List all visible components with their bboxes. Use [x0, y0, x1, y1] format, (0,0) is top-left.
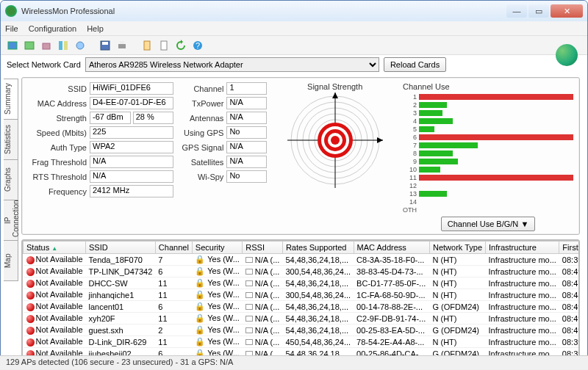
minimize-button[interactable]: —: [506, 4, 527, 18]
toolbar: ?: [1, 36, 587, 55]
svg-text:?: ?: [196, 41, 200, 50]
channel-use-title: Channel Use: [403, 82, 573, 91]
network-card-label: Select Network Card: [7, 60, 81, 69]
speed-label: Speed (Mbits): [28, 128, 87, 137]
tool-5-icon[interactable]: [73, 38, 87, 53]
speed-value: 225: [90, 126, 173, 139]
strength-dbm: -67 dBm: [90, 112, 131, 124]
print-icon[interactable]: [115, 38, 129, 53]
table-row[interactable]: Not AvailableTP-LINK_D473426🔒 Yes (W...N…: [24, 266, 580, 278]
strength-label: Strength: [28, 114, 87, 123]
svg-rect-4: [64, 41, 68, 50]
col-mac-address[interactable]: MAC Address: [354, 242, 429, 254]
tool-3-icon[interactable]: [39, 38, 54, 53]
col-security[interactable]: Security: [192, 242, 242, 254]
svg-rect-7: [102, 42, 108, 45]
tab-map[interactable]: Map: [4, 240, 18, 281]
gpssignal-label: GPS Signal: [179, 143, 223, 152]
ssid-label: SSID: [28, 84, 87, 93]
menubar: File Configuration Help: [1, 21, 587, 36]
col-network-type[interactable]: Network Type: [429, 242, 485, 254]
mac-label: MAC Address: [28, 99, 87, 108]
auth-label: Auth Type: [28, 143, 87, 152]
svg-rect-0: [8, 42, 17, 49]
svg-point-5: [76, 42, 84, 49]
col-channel[interactable]: Channel: [155, 242, 192, 254]
svg-rect-9: [120, 41, 124, 44]
freq-label: Frequency: [28, 187, 87, 196]
col-rates-supported[interactable]: Rates Supported: [282, 242, 354, 254]
menu-file[interactable]: File: [5, 24, 18, 33]
maximize-button[interactable]: ▭: [528, 4, 549, 18]
svg-point-27: [331, 136, 340, 145]
col-infrastructure[interactable]: Infrastructure: [486, 242, 559, 254]
svg-rect-8: [118, 44, 126, 48]
auth-value: WPA2: [90, 141, 173, 153]
table-row[interactable]: Not Availablexyh20F11🔒 Yes (W...N/A (...…: [24, 313, 580, 324]
svg-rect-10: [144, 41, 150, 50]
window-title: WirelessMon Professional: [21, 7, 505, 15]
svg-rect-11: [161, 41, 167, 50]
gpssignal-value: N/A: [226, 141, 267, 153]
reload-cards-button[interactable]: Reload Cards: [384, 57, 446, 72]
col-ssid[interactable]: SSID: [86, 242, 156, 254]
svg-rect-2: [43, 43, 50, 49]
status-bar: 129 APs detected (106 secure - 23 unsecu…: [0, 355, 588, 370]
tab-summary[interactable]: Summary: [4, 79, 18, 120]
gps-value: No: [226, 126, 267, 139]
svg-rect-3: [59, 41, 62, 50]
channel-use-dropdown[interactable]: Channel Use B/G/N ▼: [441, 217, 536, 231]
satellites-value: N/A: [226, 156, 267, 168]
close-button[interactable]: ✕: [551, 4, 583, 18]
globe-icon: [556, 44, 578, 66]
tool-2-icon[interactable]: [22, 38, 37, 53]
channel-use-chart: 1234567891011121314OTH: [403, 92, 573, 214]
network-card-row: Select Network Card Atheros AR9285 Wirel…: [1, 55, 587, 74]
table-row[interactable]: Not Availablelancent016🔒 Yes (W...N/A (.…: [24, 301, 580, 313]
channel-label: Channel: [179, 84, 223, 93]
tool-1-icon[interactable]: [5, 38, 20, 53]
frag-value: N/A: [90, 156, 173, 168]
gps-label: Using GPS: [179, 128, 223, 137]
refresh-icon[interactable]: [173, 38, 188, 53]
channel-value: 1: [226, 82, 267, 95]
tab-graphs[interactable]: Graphs: [4, 159, 18, 200]
svg-rect-1: [25, 42, 34, 49]
table-row[interactable]: Not AvailableD-Link_DIR-62911🔒 Yes (W...…: [24, 336, 580, 348]
table-row[interactable]: Not Availablejinhanqiche111🔒 Yes (W...N/…: [24, 289, 580, 301]
antennas-value: N/A: [226, 112, 267, 124]
tab-statistics[interactable]: Statistics: [4, 119, 18, 160]
help-icon[interactable]: ?: [190, 38, 205, 53]
app-icon: [5, 5, 17, 17]
ssid-value: HiWiFi_01DFE6: [90, 82, 173, 95]
signal-strength-title: Signal Strength: [307, 82, 362, 91]
col-first-ti[interactable]: First Ti: [559, 242, 579, 254]
network-card-select[interactable]: Atheros AR9285 Wireless Network Adapter: [85, 57, 379, 72]
txpower-label: TxPower: [179, 99, 223, 108]
rts-value: N/A: [90, 170, 173, 183]
tool-4-icon[interactable]: [56, 38, 71, 53]
table-row[interactable]: Not AvailableDHCC-SW11🔒 Yes (W...N/A (..…: [24, 278, 580, 289]
col-rssi[interactable]: RSSI: [243, 242, 283, 254]
frag-label: Frag Threshold: [28, 158, 87, 167]
table-row[interactable]: Not Availableguest.sxh2🔒 Yes (W...N/A (.…: [24, 324, 580, 336]
tab-ip-connection[interactable]: IP Connection: [4, 200, 18, 241]
wispy-label: Wi-Spy: [179, 173, 223, 181]
svg-marker-21: [377, 137, 383, 143]
col-status[interactable]: Status ▲: [24, 242, 86, 254]
satellites-label: Satellites: [179, 158, 223, 167]
save-icon[interactable]: [98, 38, 112, 53]
wispy-value: No: [226, 170, 267, 183]
titlebar: WirelessMon Professional — ▭ ✕: [1, 1, 587, 21]
table-row[interactable]: Not AvailableTenda_18F0707🔒 Yes (W...N/A…: [24, 254, 580, 266]
clipboard-icon[interactable]: [140, 38, 154, 53]
menu-configuration[interactable]: Configuration: [29, 24, 76, 33]
svg-marker-22: [332, 92, 338, 98]
signal-radar: [287, 92, 383, 188]
ap-grid[interactable]: Status ▲SSIDChannelSecurityRSSIRates Sup…: [22, 240, 579, 360]
mac-value: D4-EE-07-01-DF-E6: [90, 97, 173, 109]
txpower-value: N/A: [226, 97, 267, 109]
doc-icon[interactable]: [157, 38, 171, 53]
menu-help[interactable]: Help: [87, 24, 104, 33]
rts-label: RTS Threshold: [28, 173, 87, 181]
